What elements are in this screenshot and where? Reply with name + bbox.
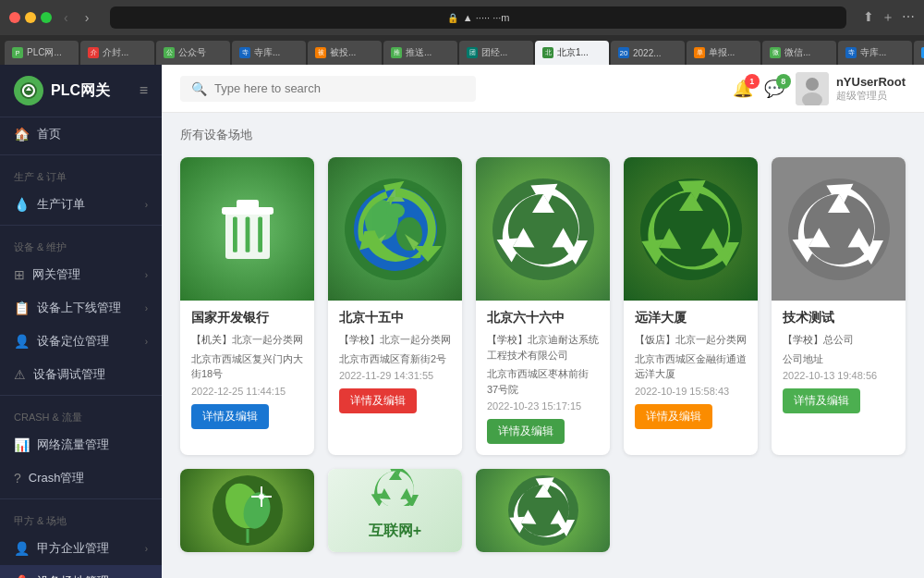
svg-point-13	[396, 217, 422, 251]
notification-bell[interactable]: 🔔 1	[733, 79, 753, 99]
sidebar-item-device-online[interactable]: 📋 设备上下线管理 ›	[0, 291, 162, 325]
tab-6[interactable]: 推 推送...	[383, 41, 457, 65]
card-addr-1: 北京市西城区复兴门内大街18号	[191, 351, 303, 382]
close-btn[interactable]	[9, 12, 20, 23]
user-details: nYUserRoot 超级管理员	[836, 75, 906, 103]
sidebar-item-device-debug[interactable]: ⚠ 设备调试管理	[0, 358, 162, 391]
svg-point-22	[259, 494, 264, 499]
detail-btn-2[interactable]: 详情及编辑	[339, 388, 417, 413]
tab-5[interactable]: 被 被投...	[308, 41, 382, 65]
tab-13[interactable]: 百 百度...	[914, 41, 924, 65]
card-body-2: 北京十五中 【学校】北京一起分类网 北京市西城区育新街2号 2022-11-29…	[328, 301, 462, 424]
detail-btn-3[interactable]: 详情及编辑	[487, 419, 565, 444]
chevron-icon: ›	[145, 303, 148, 314]
tab-label-2: 介封...	[103, 46, 128, 59]
share-icon[interactable]: ⬆	[863, 9, 874, 26]
sidebar-item-company[interactable]: 👤 甲方企业管理 ›	[0, 532, 162, 565]
card-addr-5: 公司地址	[783, 351, 894, 367]
tab-favicon-9: 20	[618, 47, 629, 58]
tab-favicon-11: 微	[770, 47, 781, 58]
chevron-icon: ›	[145, 270, 148, 280]
tab-label-9: 2022...	[633, 48, 662, 58]
sidebar-item-order[interactable]: 💧 生产订单 ›	[0, 188, 162, 221]
tab-11[interactable]: 微 微信...	[762, 41, 836, 65]
tab-8[interactable]: 北 北京1...	[535, 41, 609, 65]
hamburger-button[interactable]: ≡	[140, 82, 148, 99]
tab-2[interactable]: 介 介封...	[80, 41, 154, 65]
tab-favicon-5: 被	[315, 47, 326, 58]
location-card-3: 北京六十六中 【学校】北京迪耐达系统工程技术有限公司 北京市西城区枣林前街37号…	[476, 157, 610, 455]
card-desc-5: 【学校】总公司	[783, 332, 894, 348]
location-card-r2-2: 互联网+	[328, 469, 462, 552]
card-body-1: 国家开发银行 【机关】北京一起分类网 北京市西城区复兴门内大街18号 2022-…	[180, 301, 314, 440]
sidebar-item-device-locate[interactable]: 👤 设备定位管理 ›	[0, 325, 162, 358]
card-desc-1: 【机关】北京一起分类网	[191, 332, 303, 348]
card-addr-2: 北京市西城区育新街2号	[339, 351, 451, 367]
card-name-1: 国家开发银行	[191, 310, 303, 326]
search-input[interactable]	[214, 81, 465, 95]
tab-3[interactable]: 公 公众号	[156, 41, 230, 65]
sidebar-item-flow[interactable]: 📊 网络流量管理	[0, 428, 162, 461]
sidebar-label-order: 生产订单	[37, 196, 85, 213]
card-image-4	[624, 157, 758, 301]
page-body: 所有设备场地	[162, 113, 924, 566]
tab-favicon-12: 寺	[845, 47, 857, 58]
card-body-3: 北京六十六中 【学校】北京迪耐达系统工程技术有限公司 北京市西城区枣林前街37号…	[476, 301, 610, 455]
sidebar: PLC网关 ≡ 🏠 首页 生产 & 订单 💧 生产订单 › 设备 & 维护 ⊞ …	[0, 65, 162, 578]
card-time-5: 2022-10-13 19:48:56	[783, 370, 894, 381]
sidebar-item-site-mgmt[interactable]: 📍 设备场地管理 ∨	[0, 565, 162, 578]
section-header-crash: CRASH & 流量	[0, 400, 162, 428]
detail-btn-1[interactable]: 详情及编辑	[191, 404, 269, 429]
sidebar-item-network[interactable]: ⊞ 网关管理 ›	[0, 258, 162, 291]
tab-bar: P PLC网... 介 介封... 公 公众号 寺 寺库... 被 被投... …	[0, 35, 924, 65]
device-locate-icon: 👤	[14, 334, 30, 349]
sidebar-item-crash[interactable]: ? Crash管理	[0, 461, 162, 495]
maximize-btn[interactable]	[41, 12, 52, 23]
notification-badge: 1	[745, 74, 760, 89]
card-desc-2: 【学校】北京一起分类网	[339, 332, 451, 348]
tab-12[interactable]: 寺 寺库...	[838, 41, 912, 65]
main-content: 🔍 🔔 1 💬 8 nYUserRoot	[162, 65, 924, 578]
card-tag-3: 【学校】	[487, 334, 528, 345]
tab-favicon-7: 团	[467, 47, 478, 58]
tab-favicon-4: 寺	[239, 47, 250, 58]
forward-button[interactable]: ›	[80, 8, 94, 27]
more-icon[interactable]: ⋯	[902, 9, 915, 26]
minimize-btn[interactable]	[25, 12, 36, 23]
sidebar-item-home[interactable]: 🏠 首页	[0, 117, 162, 151]
tab-favicon-plc: P	[12, 47, 23, 58]
topbar: 🔍 🔔 1 💬 8 nYUserRoot	[162, 65, 924, 113]
tab-9[interactable]: 20 2022...	[611, 41, 685, 65]
tab-label-5: 被投...	[330, 46, 356, 59]
card-time-4: 2022-10-19 15:58:43	[635, 386, 747, 397]
tab-label-3: 公众号	[178, 46, 206, 59]
tab-plc[interactable]: P PLC网...	[5, 41, 79, 65]
card-tag-5: 【学校】	[783, 334, 823, 345]
card-name-5: 技术测试	[783, 310, 894, 326]
tab-label-plc: PLC网...	[27, 46, 62, 59]
detail-btn-5[interactable]: 详情及编辑	[783, 388, 860, 413]
tab-4[interactable]: 寺 寺库...	[232, 41, 306, 65]
card-body-5: 技术测试 【学校】总公司 公司地址 2022-10-13 19:48:56 详情…	[772, 301, 906, 424]
tab-label-8: 北京1...	[557, 46, 589, 59]
chevron-icon: ›	[145, 200, 148, 210]
company-icon: 👤	[14, 541, 30, 556]
tab-7[interactable]: 团 团经...	[459, 41, 533, 65]
sidebar-label-home: 首页	[37, 126, 61, 142]
card-name-2: 北京十五中	[339, 310, 451, 326]
tab-favicon-6: 推	[391, 47, 402, 58]
url-text: ▲ ····· ···m	[463, 12, 510, 23]
sidebar-label-device-online: 设备上下线管理	[37, 300, 121, 316]
search-box[interactable]: 🔍	[180, 76, 476, 102]
address-bar[interactable]: 🔒 ▲ ····· ···m	[110, 6, 846, 29]
new-tab-icon[interactable]: ＋	[881, 9, 894, 26]
user-info[interactable]: nYUserRoot 超级管理员	[796, 72, 906, 105]
message-btn[interactable]: 💬 8	[764, 79, 784, 99]
detail-btn-4[interactable]: 详情及编辑	[635, 404, 712, 429]
back-button[interactable]: ‹	[59, 8, 73, 27]
card-image-r2-3	[476, 469, 610, 552]
tab-10[interactable]: 单 单报...	[687, 41, 760, 65]
card-desc-4: 【饭店】北京一起分类网	[635, 332, 747, 348]
card-tag-4: 【饭店】	[635, 334, 675, 345]
card-name-3: 北京六十六中	[487, 310, 599, 326]
